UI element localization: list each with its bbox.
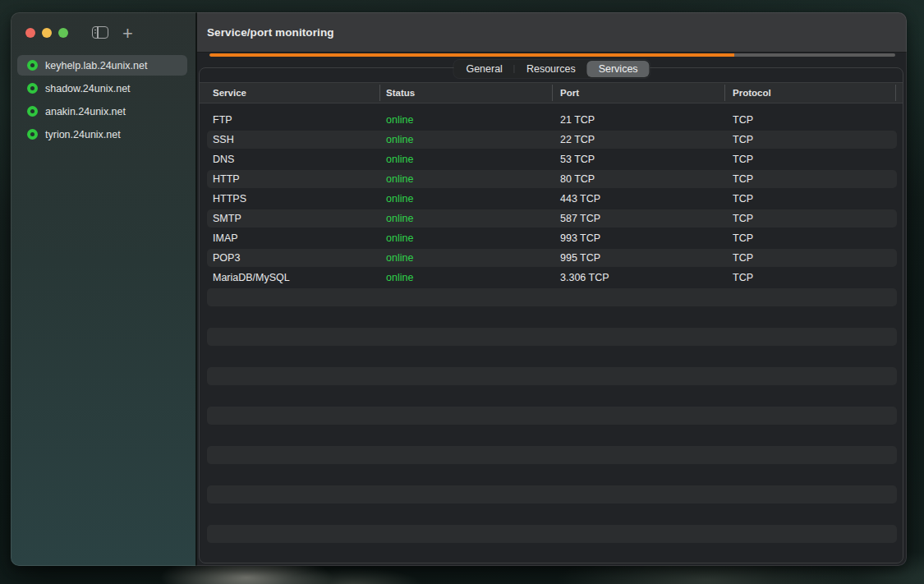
add-server-button[interactable]: + — [122, 23, 133, 44]
server-status-dot-icon — [27, 60, 38, 71]
cell-status: online — [386, 110, 413, 130]
cell-protocol: TCP — [733, 149, 753, 169]
table-body: FTPonline21 TCPTCPSSHonline22 TCPTCPDNSo… — [200, 110, 903, 563]
close-button[interactable] — [25, 28, 35, 38]
cell-status: online — [386, 209, 413, 228]
main-pane: Service/port monitoring GeneralResources… — [197, 12, 907, 566]
column-divider — [724, 85, 725, 101]
table-row-http[interactable]: HTTPonline80 TCPTCP — [200, 169, 903, 189]
server-status-dot-icon — [27, 129, 38, 140]
tab-bar: GeneralResourcesServices — [453, 60, 650, 78]
cell-port: 80 TCP — [560, 169, 595, 189]
column-divider — [379, 85, 380, 101]
table-row-pop3[interactable]: POP3online995 TCPTCP — [200, 248, 903, 268]
table-row-empty — [200, 287, 903, 307]
table-row-empty — [200, 524, 903, 544]
cell-protocol: TCP — [733, 169, 753, 189]
column-header-service[interactable]: Service — [213, 83, 246, 103]
sidebar-item-anakin-24unix-net[interactable]: anakin.24unix.net — [17, 101, 187, 122]
table-row-smtp[interactable]: SMTPonline587 TCPTCP — [200, 209, 903, 228]
column-header-protocol[interactable]: Protocol — [733, 83, 771, 103]
sidebar-toggle-button[interactable] — [92, 26, 108, 39]
cell-protocol: TCP — [733, 268, 753, 287]
server-status-dot-icon — [27, 106, 38, 117]
cell-port: 443 TCP — [560, 189, 600, 209]
tab-services[interactable]: Services — [587, 61, 650, 77]
table-row-dns[interactable]: DNSonline53 TCPTCP — [200, 149, 903, 169]
app-window: + keyhelp.lab.24unix.netshadow.24unix.ne… — [11, 12, 907, 566]
progress-bar-fill — [209, 53, 734, 57]
table-row-mariadb-mysql[interactable]: MariaDB/MySQLonline3.306 TCPTCP — [200, 268, 903, 287]
table-row-empty — [200, 327, 903, 347]
titlebar: Service/port monitoring — [197, 12, 907, 53]
column-header-status[interactable]: Status — [386, 83, 415, 103]
cell-port: 22 TCP — [560, 130, 595, 149]
sidebar-item-tyrion-24unix-net[interactable]: tyrion.24unix.net — [17, 124, 187, 145]
cell-port: 21 TCP — [560, 110, 595, 130]
cell-protocol: TCP — [733, 228, 753, 248]
server-label: tyrion.24unix.net — [45, 129, 121, 140]
cell-status: online — [386, 130, 413, 149]
sidebar-toggle-icon — [92, 26, 108, 39]
table-row-empty — [200, 366, 903, 386]
server-status-dot-icon — [27, 83, 38, 94]
table-row-empty — [200, 485, 903, 504]
cell-service: POP3 — [213, 248, 240, 268]
server-label: keyhelp.lab.24unix.net — [45, 60, 147, 71]
tab-general[interactable]: General — [454, 61, 513, 77]
table-row-empty — [200, 307, 903, 327]
table-row-empty — [200, 465, 903, 485]
table-row-empty — [200, 504, 903, 524]
minimize-button[interactable] — [42, 28, 52, 38]
cell-port: 3.306 TCP — [560, 268, 609, 287]
column-divider — [552, 85, 553, 101]
sidebar-item-shadow-24unix-net[interactable]: shadow.24unix.net — [17, 78, 187, 99]
table-row-empty — [200, 386, 903, 406]
tab-content-box: ServiceStatusPortProtocol FTPonline21 TC… — [199, 67, 903, 563]
sidebar-header: + — [11, 12, 195, 53]
cell-port: 995 TCP — [560, 248, 600, 268]
cell-status: online — [386, 268, 413, 287]
server-label: anakin.24unix.net — [45, 106, 126, 117]
cell-status: online — [386, 149, 413, 169]
sidebar-item-keyhelp-lab-24unix-net[interactable]: keyhelp.lab.24unix.net — [17, 55, 187, 76]
table-row-ssh[interactable]: SSHonline22 TCPTCP — [200, 130, 903, 149]
cell-service: HTTPS — [213, 189, 246, 209]
table-row-empty — [200, 445, 903, 465]
cell-status: online — [386, 248, 413, 268]
desktop: { "window": { "title": "Service/port mon… — [0, 0, 924, 584]
cell-protocol: TCP — [733, 248, 753, 268]
traffic-lights — [25, 28, 68, 38]
table-header: ServiceStatusPortProtocol — [200, 82, 903, 103]
cell-protocol: TCP — [733, 130, 753, 149]
server-label: shadow.24unix.net — [45, 83, 131, 94]
table-row-https[interactable]: HTTPSonline443 TCPTCP — [200, 189, 903, 209]
column-header-port[interactable]: Port — [560, 83, 579, 103]
cell-protocol: TCP — [733, 189, 753, 209]
tab-resources[interactable]: Resources — [515, 61, 587, 77]
cell-service: DNS — [213, 149, 234, 169]
cell-port: 587 TCP — [560, 209, 600, 228]
cell-status: online — [386, 228, 413, 248]
cell-status: online — [386, 169, 413, 189]
table-row-empty — [200, 406, 903, 425]
plus-icon: + — [122, 23, 133, 44]
cell-service: MariaDB/MySQL — [213, 268, 290, 287]
table-row-imap[interactable]: IMAPonline993 TCPTCP — [200, 228, 903, 248]
server-list: keyhelp.lab.24unix.netshadow.24unix.neta… — [17, 55, 187, 145]
zoom-button[interactable] — [58, 28, 68, 38]
cell-status: online — [386, 189, 413, 209]
cell-service: IMAP — [213, 228, 238, 248]
cell-service: HTTP — [213, 169, 240, 189]
cell-protocol: TCP — [733, 110, 753, 130]
page-title: Service/port monitoring — [207, 12, 334, 53]
cell-service: FTP — [213, 110, 232, 130]
cell-protocol: TCP — [733, 209, 753, 228]
table-row-ftp[interactable]: FTPonline21 TCPTCP — [200, 110, 903, 130]
sidebar: + keyhelp.lab.24unix.netshadow.24unix.ne… — [11, 12, 195, 566]
progress-bar — [209, 53, 895, 57]
cell-service: SMTP — [213, 209, 241, 228]
table-row-empty — [200, 347, 903, 366]
table-row-empty — [200, 425, 903, 445]
cell-port: 993 TCP — [560, 228, 600, 248]
